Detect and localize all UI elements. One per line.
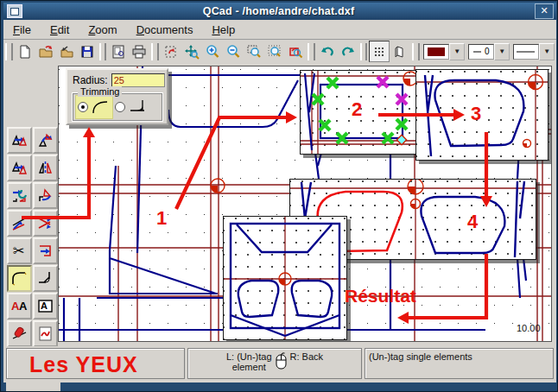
step2-label: 2 xyxy=(352,98,362,121)
tool-trim-two[interactable] xyxy=(33,210,58,237)
detail-icon xyxy=(36,325,54,343)
new-file-icon xyxy=(17,44,33,60)
zoom-previous-button[interactable] xyxy=(285,41,306,62)
color-select[interactable]: ▼ xyxy=(423,43,465,60)
new-file-button[interactable] xyxy=(15,41,35,62)
grid-toggle-button[interactable] xyxy=(369,41,390,62)
trimming-label: Trimming xyxy=(78,86,122,97)
isometric-grid-icon xyxy=(392,44,408,60)
lesson-title-panel: Les YEUX xyxy=(6,348,185,379)
radius-label: Radius: xyxy=(73,74,108,86)
step3-label: 3 xyxy=(471,103,481,125)
zoom-out-button[interactable] xyxy=(223,41,244,62)
tool-move-copy[interactable] xyxy=(7,155,32,181)
redraw-button[interactable] xyxy=(161,41,181,62)
zoom-window-button[interactable] xyxy=(244,41,264,62)
zoom-previous-icon xyxy=(288,44,303,60)
menu-help[interactable]: Help xyxy=(202,22,244,38)
chevron-down-icon[interactable]: ▼ xyxy=(539,43,555,60)
tool-mirror[interactable] xyxy=(33,155,58,181)
trim-option-round[interactable] xyxy=(75,95,113,119)
zoom-auto-icon xyxy=(267,44,282,60)
chevron-down-icon[interactable]: ▼ xyxy=(494,43,510,60)
undo-button[interactable] xyxy=(317,41,338,62)
toolbar-separator xyxy=(360,43,368,60)
redo-icon xyxy=(340,44,356,60)
right-mouse-hint: R: Back xyxy=(290,351,324,362)
radio-unchecked-icon[interactable] xyxy=(115,102,125,112)
round-fillet-icon xyxy=(10,269,29,288)
delete-icon xyxy=(10,325,29,343)
app-icon xyxy=(10,8,19,16)
tool-trim[interactable] xyxy=(7,210,32,237)
close-file-button[interactable] xyxy=(56,41,77,62)
zoom-in-button[interactable] xyxy=(202,41,223,62)
tool-bevel[interactable] xyxy=(33,265,58,292)
window-title: QCad - /home/andre/chat.dxf xyxy=(22,5,535,17)
current-color-swatch xyxy=(428,47,445,56)
tool-cut[interactable]: ✂ xyxy=(7,237,32,264)
save-file-button[interactable] xyxy=(77,41,98,62)
left-mouse-hint: L: (Un-)tag xyxy=(226,351,272,362)
menu-zoom[interactable]: Zoom xyxy=(79,22,126,38)
menu-documents[interactable]: Documents xyxy=(127,22,203,38)
chevron-down-icon[interactable]: ▼ xyxy=(449,43,465,60)
toolbar-separator xyxy=(308,43,315,60)
action-hint: (Un-)tag single elements xyxy=(369,351,553,362)
left-mouse-hint-2: element xyxy=(226,362,272,372)
tool-delete[interactable] xyxy=(7,320,32,347)
system-menu-button[interactable] xyxy=(7,4,22,18)
tool-detail[interactable] xyxy=(33,320,58,347)
redo-button[interactable] xyxy=(338,41,358,62)
radio-checked-icon[interactable] xyxy=(78,102,88,112)
rotate-icon xyxy=(36,131,54,149)
bevel-icon xyxy=(36,269,54,288)
titlebar[interactable]: QCad - /home/andre/chat.dxf ✕ xyxy=(3,3,556,20)
tool-stretch[interactable] xyxy=(33,237,58,264)
open-file-button[interactable] xyxy=(35,41,56,62)
tool-move-rotate[interactable] xyxy=(7,182,32,209)
isometric-grid-button[interactable] xyxy=(390,41,410,62)
tool-rotate[interactable] xyxy=(33,127,58,154)
svg-text:A: A xyxy=(41,300,48,311)
print-preview-icon xyxy=(111,44,126,60)
zoom-auto-button[interactable] xyxy=(264,41,285,62)
zoom-out-icon xyxy=(225,44,241,60)
close-button[interactable]: ✕ xyxy=(535,3,554,19)
menu-edit[interactable]: Edit xyxy=(41,22,79,38)
stretch-icon xyxy=(36,242,54,260)
radius-input[interactable] xyxy=(111,73,165,87)
no-trim-corner-icon xyxy=(127,98,148,116)
tool-edit-text[interactable]: AA xyxy=(7,293,32,319)
cat-face-drawing xyxy=(224,217,346,339)
open-file-icon xyxy=(38,44,54,60)
move-icon xyxy=(10,131,29,149)
step3-panel xyxy=(415,69,548,161)
toolbar-separator xyxy=(412,43,420,60)
trim-option-none[interactable] xyxy=(113,96,149,118)
trim-two-icon xyxy=(36,214,54,232)
redraw-icon xyxy=(163,44,179,60)
tool-text[interactable]: A xyxy=(33,293,58,319)
toolbar-separator xyxy=(99,43,107,60)
svg-text:A: A xyxy=(19,300,28,313)
statusbar: Les YEUX L: (Un-)tag element R: Back (Un… xyxy=(3,346,556,383)
tool-scale[interactable] xyxy=(33,182,58,209)
line-width-select[interactable]: 0 ▼ xyxy=(468,43,510,60)
grid-spacing-label: 10.00 xyxy=(517,323,541,333)
undo-icon xyxy=(320,44,335,60)
zoom-window-icon xyxy=(246,44,262,60)
line-style-select[interactable]: ▼ xyxy=(513,43,555,60)
menu-file[interactable]: File xyxy=(3,22,41,38)
print-preview-button[interactable] xyxy=(108,41,129,62)
action-hint-panel: (Un-)tag single elements xyxy=(365,348,554,379)
zoom-pan-button[interactable] xyxy=(181,41,202,62)
scale-icon xyxy=(36,187,54,205)
toolbar-handle[interactable] xyxy=(5,43,13,60)
tool-move[interactable] xyxy=(7,127,32,154)
tool-round[interactable] xyxy=(7,265,32,292)
print-button[interactable] xyxy=(129,41,149,62)
step3-drawing xyxy=(416,70,548,160)
move-copy-icon xyxy=(10,159,29,177)
lesson-title: Les YEUX xyxy=(29,352,184,377)
